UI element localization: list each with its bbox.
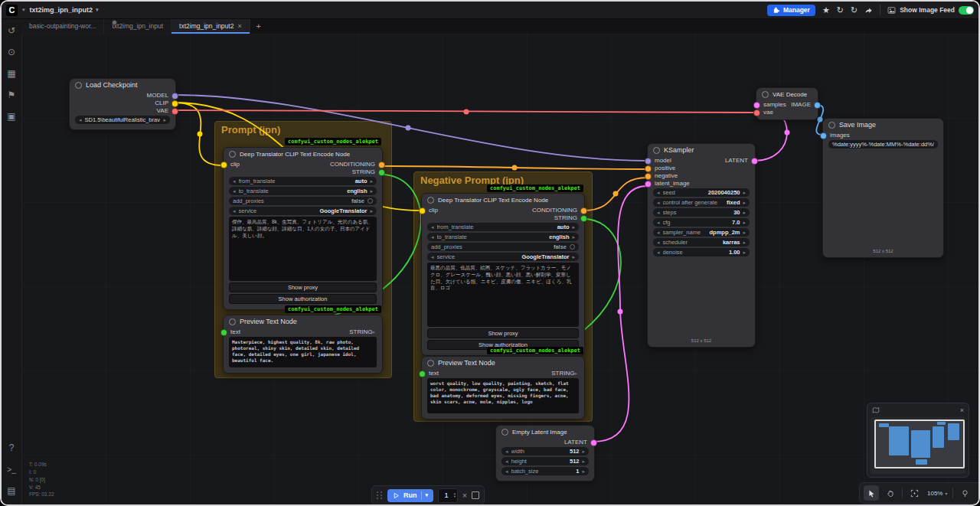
run-options-caret-icon[interactable]: ▾	[426, 492, 429, 498]
logo-menu-caret-icon[interactable]: ▾	[22, 7, 25, 13]
input-slot-images[interactable]	[820, 132, 827, 139]
batch-size-widget[interactable]: batch_size1	[501, 467, 589, 475]
close-tab-icon[interactable]: ×	[237, 22, 241, 30]
slot-label: text	[230, 328, 240, 335]
input-slot-latent-image[interactable]	[645, 181, 652, 188]
new-tab-button[interactable]: +	[250, 18, 267, 34]
input-slot-text[interactable]	[220, 329, 227, 336]
sampler-name-widget[interactable]: sampler_namedpmpp_2m	[653, 228, 750, 237]
minimap-panel[interactable]: ×	[867, 403, 969, 478]
slot-label: LATENT	[725, 157, 748, 164]
collapse-dot-icon[interactable]	[75, 82, 82, 89]
width-widget[interactable]: width512	[501, 447, 589, 455]
collapse-dot-icon[interactable]	[427, 197, 434, 204]
scheduler-widget[interactable]: schedulerkarras	[653, 238, 750, 246]
stop-icon[interactable]	[472, 491, 479, 499]
preview-textarea[interactable]: worst quality, low quality, painting, sk…	[427, 378, 579, 413]
collapse-dot-icon[interactable]	[501, 429, 508, 436]
workflows-icon[interactable]: ⚑	[4, 87, 19, 103]
from-translate-combo[interactable]: from_translateauto	[229, 177, 377, 185]
saved-image-preview	[829, 150, 937, 248]
from-translate-combo[interactable]: from_translateauto	[427, 223, 579, 231]
to-translate-combo[interactable]: to_translateenglish	[427, 233, 579, 241]
pan-tool-button[interactable]	[883, 485, 898, 501]
node-deep-translator-positive[interactable]: Deep Translator CLIP Text Encode Node cl…	[223, 147, 383, 310]
node-preview-text-positive[interactable]: Preview Text Node text STRING Masterpiec…	[223, 315, 383, 374]
manager-button[interactable]: Manager	[767, 5, 815, 16]
denoise-widget[interactable]: denoise1.00	[653, 248, 750, 256]
select-tool-button[interactable]	[864, 485, 879, 501]
queue-icon[interactable]: ⊙	[4, 44, 19, 60]
model-library-icon[interactable]: ▣	[4, 109, 19, 124]
minimap-canvas[interactable]	[871, 417, 965, 474]
input-slot-vae[interactable]	[753, 109, 760, 116]
filename-prefix-widget[interactable]: %date:yyyy%-%date:MM%-%date:dd%/Com...	[828, 140, 938, 149]
workflow-menu[interactable]: txt2img_ipn_input2▾	[30, 6, 99, 14]
count-stepper[interactable]: ▴▾	[454, 492, 457, 499]
tab-txt2img-ipn-input[interactable]: txt2img_ipn_input	[104, 18, 172, 34]
toggle-links-button[interactable]	[976, 485, 980, 501]
show-proxy-button[interactable]: Show proxy	[229, 282, 377, 292]
node-load-checkpoint[interactable]: Load Checkpoint MODEL CLIP VAE SD1.5\bea…	[69, 78, 176, 130]
tab-basic-outpainting[interactable]: basic-outpainting-wor...	[21, 18, 104, 34]
steps-widget[interactable]: steps30	[653, 208, 750, 217]
collapse-dot-icon[interactable]	[229, 318, 236, 325]
node-save-image[interactable]: Save Image images %date:yyyy%-%date:MM%-…	[822, 118, 944, 258]
add-proxies-toggle[interactable]: add_proxiesfalse	[229, 197, 377, 205]
node-preview-text-negative[interactable]: Preview Text Node text STRING worst qual…	[421, 356, 585, 419]
comfyui-logo[interactable]: C	[6, 5, 18, 16]
slot-label: VAE	[157, 107, 168, 114]
output-collapsed-icon	[372, 328, 375, 335]
to-translate-combo[interactable]: to_translateenglish	[229, 187, 377, 195]
node-empty-latent-image[interactable]: Empty Latent Image LATENT width512 heigh…	[495, 425, 595, 482]
prompt-textarea[interactable]: 最悪の品質、低品質、絵画、スケッチ、フラットカラー、モノクロ、グレースケール、醜…	[427, 263, 579, 327]
node-library-icon[interactable]: ▦	[4, 66, 19, 81]
terminal-icon[interactable]: >_	[4, 462, 19, 477]
output-slot-string[interactable]	[378, 169, 385, 176]
tab-txt2img-ipn-input2[interactable]: txt2img_ipn_input2×	[172, 18, 250, 34]
help-icon[interactable]: ?	[4, 440, 19, 455]
node-ksampler[interactable]: KSampler model LATENT positive negative …	[647, 143, 756, 348]
collapse-dot-icon[interactable]	[653, 147, 660, 154]
run-button[interactable]: Run ▾	[387, 489, 433, 502]
seed-widget[interactable]: seed2020040250	[653, 188, 750, 197]
toggle-circle-icon	[368, 198, 373, 204]
zoom-level-dropdown[interactable]: 105%▾	[926, 490, 949, 497]
collapse-dot-icon[interactable]	[427, 360, 434, 367]
show-proxy-button[interactable]: Show proxy	[427, 328, 579, 338]
refresh-nodes-icon[interactable]: ↻	[837, 6, 844, 15]
node-deep-translator-negative[interactable]: Deep Translator CLIP Text Encode Node cl…	[421, 193, 585, 356]
undo-icon[interactable]: ↺	[4, 23, 19, 38]
fit-view-button[interactable]	[906, 485, 922, 501]
star-icon[interactable]: ★	[822, 6, 830, 15]
service-combo[interactable]: serviceGoogleTranslator	[427, 253, 579, 261]
batch-count-input[interactable]: 1 ▴▾	[438, 488, 458, 503]
show-image-feed-control[interactable]: Show Image Feed	[887, 6, 974, 15]
output-slot-string[interactable]	[580, 215, 587, 222]
add-proxies-toggle[interactable]: add_proxiesfalse	[427, 243, 579, 251]
collapse-dot-icon[interactable]	[762, 91, 769, 98]
output-slot-latent[interactable]	[590, 439, 597, 446]
output-slot-vae[interactable]	[172, 108, 178, 115]
reload-icon[interactable]: ↻	[851, 6, 858, 15]
share-icon[interactable]	[864, 6, 873, 15]
close-minimap-icon[interactable]: ×	[960, 406, 964, 414]
cfg-widget[interactable]: cfg7.0	[653, 218, 750, 227]
height-widget[interactable]: height512	[501, 457, 589, 465]
prompt-textarea[interactable]: 傑作、最高品質、8k、生写真、フォトリアル、光沢のある肌、詳細な肌、詳細な顔、詳…	[229, 217, 377, 281]
input-slot-text[interactable]	[419, 371, 426, 377]
control-after-generate-widget[interactable]: control after generatefixed	[653, 198, 750, 207]
image-feed-toggle[interactable]	[959, 6, 974, 15]
service-combo[interactable]: serviceGoogleTranslator	[229, 207, 377, 215]
collapse-dot-icon[interactable]	[828, 122, 835, 129]
collapse-dot-icon[interactable]	[229, 151, 236, 158]
slot-label: STRING	[349, 328, 372, 335]
preview-textarea[interactable]: Masterpiece, highest quality, 8k, raw ph…	[229, 337, 377, 367]
clear-queue-icon[interactable]: ×	[462, 491, 467, 500]
show-authorization-button[interactable]: Show authorization	[229, 294, 377, 304]
logs-icon[interactable]: ▤	[4, 483, 19, 498]
toggle-theme-button[interactable]	[957, 485, 972, 501]
drag-handle[interactable]	[377, 491, 383, 499]
node-vae-decode[interactable]: VAE Decode samples IMAGE vae	[756, 87, 818, 120]
ckpt-name-combo[interactable]: SD1.5\beautifulRealistic_brav5.s...	[75, 116, 170, 124]
